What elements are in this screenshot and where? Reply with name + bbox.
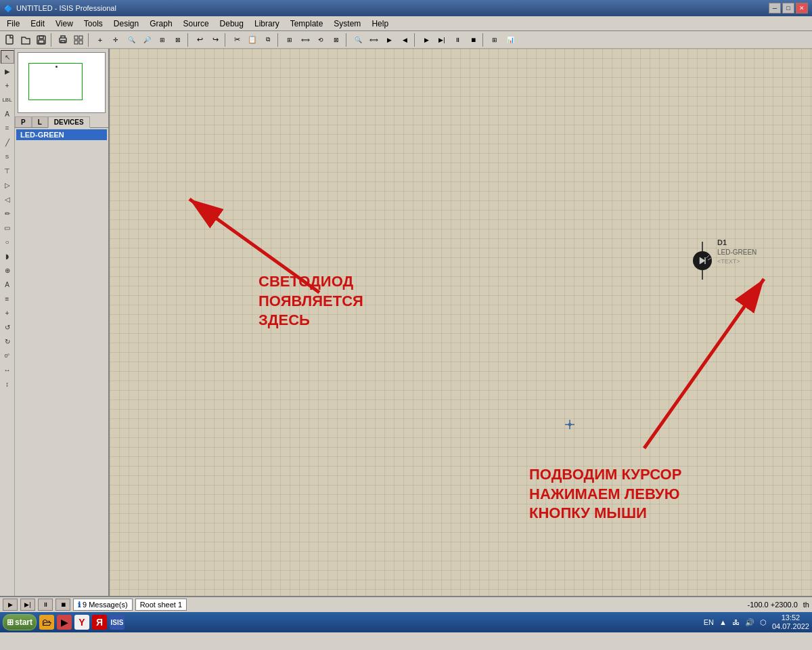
menu-source[interactable]: Source [178, 18, 215, 30]
tool-circle[interactable]: ○ [1, 235, 14, 248]
tool-bus[interactable]: = [1, 121, 14, 135]
tb-save[interactable] [34, 32, 49, 47]
toolbar-separator-2 [88, 33, 91, 47]
tb-zoom-fit[interactable]: ⊞ [155, 32, 170, 47]
close-button[interactable]: ✕ [796, 3, 808, 14]
tb-zoom-out[interactable]: 🔎 [139, 32, 154, 47]
tray-more[interactable]: ⬡ [760, 618, 767, 627]
tool-junction[interactable]: + [1, 79, 14, 92]
taskbar-explorer[interactable]: 🗁 [39, 615, 54, 630]
tb-copy[interactable]: 📋 [245, 32, 260, 47]
menu-help[interactable]: Help [366, 18, 394, 30]
tb-print[interactable] [55, 32, 70, 47]
menu-system[interactable]: System [328, 18, 366, 30]
menu-design[interactable]: Design [108, 18, 144, 30]
tb-redo[interactable]: ↪ [208, 32, 223, 47]
tool-probe[interactable]: ▷ [1, 178, 14, 192]
menu-library[interactable]: Library [249, 18, 285, 30]
tb-zoom-all[interactable]: ⊠ [171, 32, 185, 47]
taskbar-isis[interactable]: ISIS [110, 615, 125, 630]
tb-block-delete[interactable]: ⊠ [329, 32, 344, 47]
tab-p[interactable]: P [15, 116, 32, 127]
tb-step[interactable]: ▶| [434, 32, 449, 47]
annotation-led-placement: СВЕТОДИОД ПОЯВЛЯЕТСЯ ЗДЕСЬ [258, 272, 363, 330]
tool-arc[interactable]: ◗ [1, 249, 14, 263]
tb-grid[interactable] [71, 32, 86, 47]
tool-rotate-cw[interactable]: ↺ [1, 320, 14, 334]
lang-indicator: EN [704, 618, 714, 626]
tool-marker[interactable]: + [1, 306, 14, 320]
tool-mirror-h[interactable]: ↔ [1, 363, 14, 376]
tool-box[interactable]: ▭ [1, 221, 14, 234]
tool-symbol[interactable]: ≡ [1, 292, 14, 305]
start-button[interactable]: ⊞ start [3, 614, 37, 630]
tb-block-move[interactable]: ⟺ [298, 32, 313, 47]
tool-tape[interactable]: ◁ [1, 192, 14, 206]
menu-graph[interactable]: Graph [144, 18, 177, 30]
taskbar-media[interactable]: ▶ [57, 615, 72, 630]
preview-component-dot [55, 66, 58, 68]
play-button[interactable]: ▶ [3, 599, 18, 611]
tb-paste[interactable]: ⧉ [261, 32, 275, 47]
tab-l[interactable]: L [32, 116, 48, 127]
clock-time: 13:52 [772, 613, 809, 622]
windows-logo: ⊞ [7, 618, 14, 627]
left-toolbar: ↖ ▶ + LBL A = ╱ S ⊤ ▷ ◁ ✏ ▭ ○ ◗ ⊕ A ≡ + … [0, 49, 15, 596]
tb-select[interactable]: + [93, 32, 108, 47]
tb-navigate[interactable]: ⟺ [366, 32, 381, 47]
tb-new[interactable] [3, 32, 18, 47]
menu-view[interactable]: View [50, 18, 78, 30]
tool-cross[interactable]: ⊕ [1, 263, 14, 277]
tool-text[interactable]: A [1, 107, 14, 121]
start-label: start [15, 618, 32, 627]
tab-devices[interactable]: DEVICES [48, 116, 90, 128]
tb-block-rotate[interactable]: ⟲ [313, 32, 328, 47]
menu-file[interactable]: File [1, 18, 25, 30]
tb-run[interactable]: ▶ [419, 32, 434, 47]
menu-edit[interactable]: Edit [25, 18, 50, 30]
tool-power[interactable]: ⊤ [1, 164, 14, 177]
svg-rect-5 [61, 41, 65, 43]
tool-subsheet[interactable]: S [1, 150, 14, 163]
tool-text2[interactable]: A [1, 278, 14, 291]
stop-button[interactable]: ⏹ [55, 599, 70, 611]
tb-move[interactable]: ✛ [108, 32, 123, 47]
tool-select[interactable]: ↖ [1, 50, 14, 64]
tb-back[interactable]: ◀ [397, 32, 412, 47]
status-bar: ▶ ▶| ⏸ ⏹ ℹ 9 Message(s) Root sheet 1 -10… [0, 596, 812, 612]
tool-mirror-v[interactable]: ↕ [1, 377, 14, 391]
schematic-canvas[interactable]: D1 LED-GREEN <TEXT> СВЕТОДИОД ПОЯВЛЯЕТСЯ… [110, 49, 812, 596]
step-button[interactable]: ▶| [20, 599, 35, 611]
led-component[interactable]: D1 LED-GREEN <TEXT> [693, 242, 712, 280]
tool-label[interactable]: LBL [1, 93, 14, 106]
tool-component[interactable]: ▶ [1, 64, 14, 78]
tb-cut[interactable]: ✂ [229, 32, 244, 47]
tb-bom[interactable]: 📊 [503, 32, 518, 47]
tb-stop[interactable]: ⏹ [466, 32, 480, 47]
pause-button[interactable]: ⏸ [38, 599, 53, 611]
annotation-text-2-3: КНОПКУ МЫШИ [529, 504, 681, 523]
tb-block-copy[interactable]: ⊞ [282, 32, 297, 47]
tb-forward[interactable]: ▶ [382, 32, 397, 47]
annotation-text-2-1: ПОДВОДИМ КУРСОР [529, 465, 681, 485]
taskbar-yandex[interactable]: Y [74, 615, 89, 630]
tb-zoom-in[interactable]: 🔍 [124, 32, 139, 47]
tb-undo[interactable]: ↩ [192, 32, 207, 47]
device-item-led-green[interactable]: LED-GREEN [16, 129, 107, 140]
tb-open[interactable] [18, 32, 33, 47]
menu-tools[interactable]: Tools [78, 18, 108, 30]
taskbar-yandex-browser[interactable]: Я [92, 615, 107, 630]
tool-rotate-ccw[interactable]: ↻ [1, 334, 14, 348]
tool-angle[interactable]: 0° [1, 349, 14, 362]
maximize-button[interactable]: □ [782, 3, 794, 14]
tb-search[interactable]: 🔍 [351, 32, 365, 47]
tb-netlist[interactable]: ⊞ [487, 32, 502, 47]
tool-script[interactable]: ✏ [1, 207, 14, 220]
minimize-button[interactable]: ─ [769, 3, 781, 14]
window-title: UNTITLED - ISIS Professional [16, 4, 769, 12]
yandex-icon: Y [78, 617, 85, 628]
menu-template[interactable]: Template [285, 18, 329, 30]
tb-pause[interactable]: ⏸ [450, 32, 465, 47]
tool-wire[interactable]: ╱ [1, 135, 14, 149]
menu-debug[interactable]: Debug [215, 18, 249, 30]
